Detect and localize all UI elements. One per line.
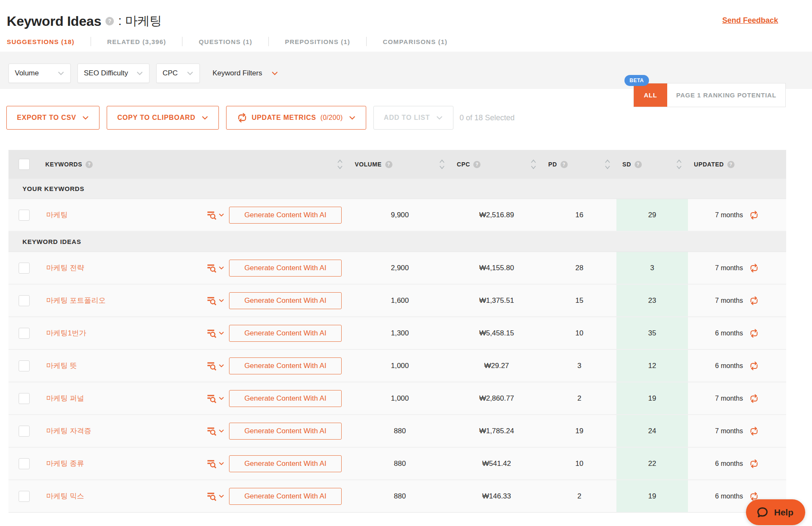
sort-sd-icon[interactable] <box>676 159 682 170</box>
serp-analysis-dropdown[interactable] <box>206 426 224 437</box>
copy-to-clipboard-button[interactable]: COPY TO CLIPBOARD <box>107 106 219 130</box>
row-checkbox[interactable] <box>19 360 30 371</box>
generate-content-button[interactable]: Generate Content With AI <box>229 455 342 472</box>
cpc-value: ₩2,516.89 <box>451 199 542 231</box>
keyword-link[interactable]: 마케팅 종류 <box>46 459 206 468</box>
serp-analysis-dropdown[interactable] <box>206 328 224 339</box>
volume-filter-dropdown[interactable]: Volume <box>8 64 71 83</box>
row-checkbox[interactable] <box>19 328 30 339</box>
serp-analysis-dropdown[interactable] <box>206 360 224 371</box>
sd-value: 22 <box>616 448 688 479</box>
sort-keywords-icon[interactable] <box>337 159 343 170</box>
keywords-help-icon[interactable]: ? <box>86 161 93 168</box>
generate-content-button[interactable]: Generate Content With AI <box>229 325 342 342</box>
row-checkbox[interactable] <box>19 295 30 306</box>
keyword-link[interactable]: 마케팅 뜻 <box>46 361 206 371</box>
sort-cpc-icon[interactable] <box>530 159 536 170</box>
serp-analysis-dropdown[interactable] <box>206 458 224 469</box>
update-metrics-button[interactable]: UPDATE METRICS (0/200) <box>226 106 366 130</box>
table-row: 마케팅 Generate Content With AI 9,900 ₩2,51… <box>8 199 786 232</box>
keyword-link[interactable]: 마케팅 퍼널 <box>46 393 206 403</box>
serp-analysis-dropdown[interactable] <box>206 295 224 306</box>
generate-content-button[interactable]: Generate Content With AI <box>229 488 342 505</box>
sd-value: 24 <box>616 415 688 447</box>
keyword-link[interactable]: 마케팅 포트폴리오 <box>46 296 206 305</box>
keyword-link[interactable]: 마케팅 자격증 <box>46 426 206 436</box>
updated-value: 6 months <box>715 329 743 337</box>
keyword-link[interactable]: 마케팅 <box>46 210 206 220</box>
add-to-list-button[interactable]: ADD TO LIST <box>373 106 453 130</box>
cpc-value: ₩541.42 <box>451 448 542 479</box>
generate-content-button[interactable]: Generate Content With AI <box>229 423 342 440</box>
toggle-page1-ranking-button[interactable]: PAGE 1 RANKING POTENTIAL <box>667 83 785 107</box>
generate-content-button[interactable]: Generate Content With AI <box>229 390 342 407</box>
tab-questions[interactable]: QUESTIONS (1) <box>182 38 268 45</box>
tab-related[interactable]: RELATED (3,396) <box>91 38 182 45</box>
pd-value: 28 <box>542 252 616 284</box>
refresh-metrics-icon[interactable] <box>749 328 759 338</box>
refresh-metrics-icon[interactable] <box>749 393 759 404</box>
keyword-link[interactable]: 마케팅 전략 <box>46 263 206 273</box>
generate-content-button[interactable]: Generate Content With AI <box>229 357 342 374</box>
sd-help-icon[interactable]: ? <box>635 161 642 168</box>
serp-analysis-dropdown[interactable] <box>206 210 224 221</box>
send-feedback-link[interactable]: Send Feedback <box>722 16 778 25</box>
pd-value: 3 <box>542 350 616 382</box>
refresh-metrics-icon[interactable] <box>749 361 759 371</box>
tab-comparisons[interactable]: COMPARISONS (1) <box>367 38 464 45</box>
sd-value: 3 <box>616 252 688 284</box>
keyword-link[interactable]: 마케팅1번가 <box>46 328 206 338</box>
cpc-help-icon[interactable]: ? <box>473 161 481 168</box>
tab-suggestions[interactable]: SUGGESTIONS (18) <box>7 38 91 45</box>
help-button[interactable]: Help <box>746 499 805 525</box>
sort-pd-icon[interactable] <box>605 159 610 170</box>
generate-content-button[interactable]: Generate Content With AI <box>229 292 342 309</box>
row-checkbox[interactable] <box>19 263 30 274</box>
refresh-metrics-icon[interactable] <box>749 263 759 273</box>
cpc-value: ₩1,375.51 <box>451 285 542 316</box>
tab-prepositions[interactable]: PREPOSITIONS (1) <box>269 38 366 45</box>
title-help-icon[interactable]: ? <box>105 17 114 25</box>
serp-analysis-dropdown[interactable] <box>206 393 224 404</box>
update-metrics-count: (0/200) <box>320 114 343 122</box>
pd-value: 15 <box>542 285 616 316</box>
sd-value: 35 <box>616 317 688 349</box>
serp-analysis-dropdown[interactable] <box>206 491 224 502</box>
cpc-value: ₩2,860.77 <box>451 382 542 414</box>
updated-value: 7 months <box>715 264 743 272</box>
refresh-metrics-icon[interactable] <box>749 459 759 469</box>
updated-value: 6 months <box>715 362 743 370</box>
refresh-metrics-icon[interactable] <box>749 426 759 436</box>
col-sd-label: SD <box>622 161 631 168</box>
table-row: 마케팅 전략 Generate Content With AI 2,900 ₩4… <box>8 252 786 285</box>
row-checkbox[interactable] <box>19 491 30 502</box>
sort-volume-icon[interactable] <box>439 159 445 170</box>
toggle-all-button[interactable]: ALL <box>634 83 667 107</box>
generate-content-button[interactable]: Generate Content With AI <box>229 207 342 224</box>
select-all-checkbox[interactable] <box>19 159 30 170</box>
row-checkbox[interactable] <box>19 210 30 221</box>
pd-help-icon[interactable]: ? <box>561 161 568 168</box>
cpc-value: ₩1,785.24 <box>451 415 542 447</box>
serp-analysis-dropdown[interactable] <box>206 263 224 274</box>
row-checkbox[interactable] <box>19 458 30 469</box>
cpc-filter-dropdown[interactable]: CPC <box>156 64 200 83</box>
volume-value: 880 <box>349 480 451 512</box>
chevron-down-icon <box>219 364 224 368</box>
keyword-filters-dropdown[interactable]: Keyword Filters <box>207 64 284 83</box>
updated-help-icon[interactable]: ? <box>727 161 735 168</box>
serp-list-search-icon <box>206 328 217 339</box>
ranking-toggle: BETA ALL PAGE 1 RANKING POTENTIAL <box>633 83 786 107</box>
refresh-metrics-icon[interactable] <box>749 210 759 220</box>
page-title: Keyword Ideas <box>7 14 101 29</box>
generate-content-button[interactable]: Generate Content With AI <box>229 260 342 277</box>
row-checkbox[interactable] <box>19 393 30 404</box>
refresh-metrics-icon[interactable] <box>749 296 759 306</box>
chevron-down-icon <box>219 462 224 465</box>
volume-help-icon[interactable]: ? <box>385 161 392 168</box>
export-to-csv-button[interactable]: EXPORT TO CSV <box>6 106 99 130</box>
keyword-link[interactable]: 마케팅 믹스 <box>46 491 206 501</box>
seo-difficulty-filter-dropdown[interactable]: SEO Difficulty <box>77 64 149 83</box>
page-header: Keyword Ideas ? : 마케팅 Send Feedback <box>0 0 812 34</box>
row-checkbox[interactable] <box>19 426 30 437</box>
